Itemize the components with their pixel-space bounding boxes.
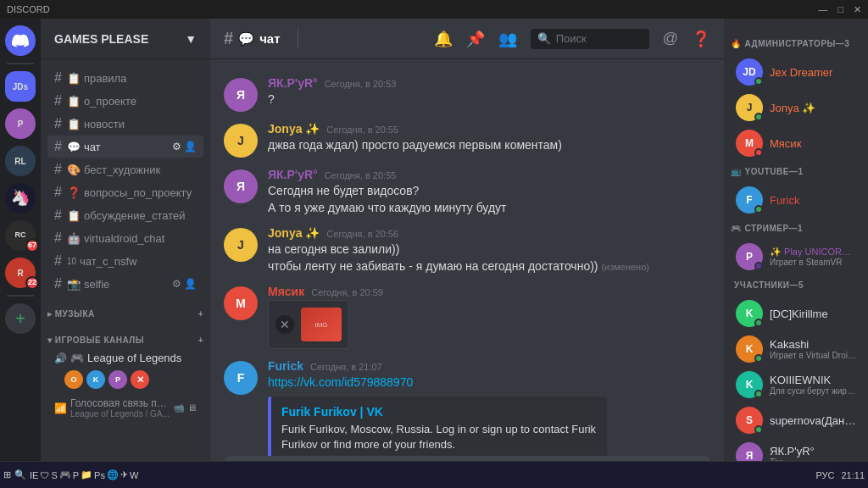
messages-area[interactable]: Я ЯК.Р'уR° Сегодня, в 20:53 ? J Jony (210, 59, 724, 456)
channel-icon: ❓ (67, 186, 81, 199)
member-kirillme[interactable]: K [DC]Kirillme (731, 297, 861, 330)
category-streamer: 🎮 СТРИМЕР—1 (731, 224, 861, 233)
minimize-button[interactable]: — (818, 4, 827, 15)
vk-link[interactable]: https://vk.com/id579888970 (268, 375, 413, 389)
server-sidebar: JDs P RL 🦄 RС67 R22 + (0, 19, 41, 488)
add-channel-icon-gaming[interactable]: + (198, 336, 203, 345)
pin-icon[interactable]: 📌 (466, 30, 485, 48)
deleted-image: IMG (301, 308, 342, 341)
channel-item-chat[interactable]: # 💬 чат ⚙ 👤 (47, 136, 203, 158)
member-avatar: F (736, 186, 763, 214)
message-username: ЯК.Р'уR° (268, 168, 318, 181)
screen-icon[interactable]: 🖥 (187, 402, 197, 413)
channel-header-name: # 💬 чат (224, 29, 281, 48)
header-icons: 🔔 📌 👥 🔍 Поиск @ ❓ (434, 29, 710, 49)
category-label: УЧАСТНИКИ—5 (734, 280, 804, 290)
taskbar-steam[interactable]: S (51, 470, 57, 480)
taskbar-game[interactable]: 🎮 (59, 469, 71, 480)
member-play-unicorn[interactable]: P ✨ Play UNICORN 🦋 Играет в SteamVR (731, 240, 861, 274)
search-box[interactable]: 🔍 Поиск (531, 29, 649, 49)
member-myasik[interactable]: М Мясик (731, 126, 861, 160)
server-name-header[interactable]: GAMES PLEASE ▼ (41, 19, 210, 59)
member-name: Jonya ✨ (770, 102, 815, 114)
voice-icon: 🔊 (54, 352, 67, 364)
youtube-icon: 📺 (731, 167, 742, 176)
channel-icon: 10 (67, 257, 76, 266)
status-indicator (754, 262, 763, 270)
channel-item-best-artist[interactable]: # 🎨 бест_художник (47, 158, 203, 180)
category-name: ▸ МУЗЫКА (47, 309, 95, 319)
search-placeholder: Поиск (556, 32, 587, 45)
members-icon[interactable]: 👥 (498, 30, 517, 48)
taskbar-ps[interactable]: Ps (94, 470, 105, 480)
settings-icon[interactable]: ⚙ (172, 141, 181, 152)
channel-item-virtualdroid[interactable]: # 🤖 virtualdroid_chat (47, 227, 203, 249)
notification-bell-icon[interactable]: 🔔 (434, 30, 453, 48)
search-taskbar-icon[interactable]: 🔍 (14, 469, 26, 480)
taskbar-chrome[interactable]: 🌐 (107, 469, 119, 480)
channel-item-oproyekte[interactable]: # 📋 о_проекте (47, 90, 203, 112)
message-header: Jonya ✨ Сегодня, в 20:55 (268, 122, 710, 136)
status-indicator (754, 205, 763, 214)
member-koiiiewnik[interactable]: K KOIIIEWNIK Для суси берут жирное масо.… (731, 368, 861, 402)
at-icon[interactable]: @ (663, 30, 678, 47)
help-icon[interactable]: ❓ (692, 30, 710, 48)
start-button[interactable]: ⊞ (3, 469, 11, 480)
server-icon-jds[interactable]: JDs (5, 71, 36, 102)
message-content: Furick Сегодня, в 21:07 https://vk.com/i… (268, 359, 710, 456)
channel-item-articles[interactable]: # 📋 обсуждение_статей (47, 204, 203, 226)
channel-item-selfie[interactable]: # 📸 selfie ⚙ 👤 (47, 273, 203, 295)
member-jonya[interactable]: J Jonya ✨ (731, 91, 861, 125)
status-indicator (754, 148, 763, 157)
member-avatar: K (736, 336, 763, 363)
embed-title: Furik Furikov | VK (281, 405, 597, 419)
title-bar-controls[interactable]: — □ ✕ (818, 4, 861, 15)
channel-item-novosti[interactable]: # 📋 новости (47, 113, 203, 135)
category-name: ▾ ИГРОВЫЕ КАНАЛЫ (47, 336, 144, 345)
taskbar-shield[interactable]: 🛡 (40, 470, 49, 480)
hash-icon: # (54, 185, 62, 200)
add-member-icon[interactable]: 👤 (184, 141, 197, 152)
voice-channel-lol[interactable]: 🔊 🎮 League of Legends (47, 349, 203, 367)
server-icon-rl[interactable]: RL (5, 146, 36, 176)
member-supernova[interactable]: S supernova(Данил) (731, 403, 861, 437)
server-icon-rc[interactable]: RС67 (5, 220, 36, 251)
fire-icon: 🔥 (731, 39, 742, 48)
taskbar-word[interactable]: W (130, 470, 138, 480)
server-icon-p[interactable]: P (5, 108, 36, 139)
settings-icon-selfie[interactable]: ⚙ (172, 278, 181, 290)
channel-item-pravila[interactable]: # 📋 правила (47, 67, 203, 89)
member-kakashi[interactable]: K Kakashi Играет в Virtual Droid 2 (731, 332, 861, 366)
deleted-message: ✕ IMG (268, 300, 349, 349)
discord-home-button[interactable] (5, 25, 36, 56)
member-jex-dreamer[interactable]: JD Jex Dreamer (731, 55, 861, 89)
add-server-button[interactable]: + (5, 303, 36, 334)
message-content: Jonya ✨ Сегодня, в 20:56 на сегодня все … (268, 226, 710, 274)
taskbar-folder[interactable]: 📁 (81, 469, 92, 480)
members-sidebar: 🔥 АДМИНИСТРАТОРЫ—3 JD Jex Dreamer J Jony… (724, 19, 868, 488)
message-text: Сегодня не будет видосов?А то я уже дума… (268, 183, 710, 216)
member-furick[interactable]: F Furick (731, 183, 861, 217)
channel-name: новости (84, 118, 125, 130)
taskbar-p[interactable]: P (73, 470, 79, 480)
channel-name: бест_художник (84, 164, 160, 176)
status-indicator (754, 113, 763, 121)
voice-channel-general[interactable]: 📶 Голосовая связь под... League of Legen… (47, 395, 203, 421)
add-channel-icon[interactable]: + (198, 309, 203, 319)
status-indicator (754, 77, 763, 86)
server-icon-r[interactable]: R22 (5, 258, 36, 288)
channel-item-nsfw[interactable]: # 10 чат_с_nsfw (47, 250, 203, 272)
add-member-icon-selfie[interactable]: 👤 (184, 278, 197, 290)
maximize-button[interactable]: □ (837, 4, 843, 15)
taskbar-telegram[interactable]: ✈ (120, 469, 128, 480)
channel-item-questions[interactable]: # ❓ вопросы_по_проекту (47, 181, 203, 203)
server-icon-unicorn[interactable]: 🦄 (5, 183, 36, 214)
avatar: J (224, 228, 258, 262)
video-icon[interactable]: 📹 (173, 402, 185, 413)
voice-user-2: K (86, 370, 105, 389)
taskbar-ie[interactable]: IE (30, 470, 38, 480)
category-gaming[interactable]: ▾ ИГРОВЫЕ КАНАЛЫ + (41, 322, 210, 348)
channel-icon: 📋 (67, 95, 81, 108)
category-music[interactable]: ▸ МУЗЫКА + (41, 296, 210, 322)
close-button[interactable]: ✕ (854, 4, 861, 15)
